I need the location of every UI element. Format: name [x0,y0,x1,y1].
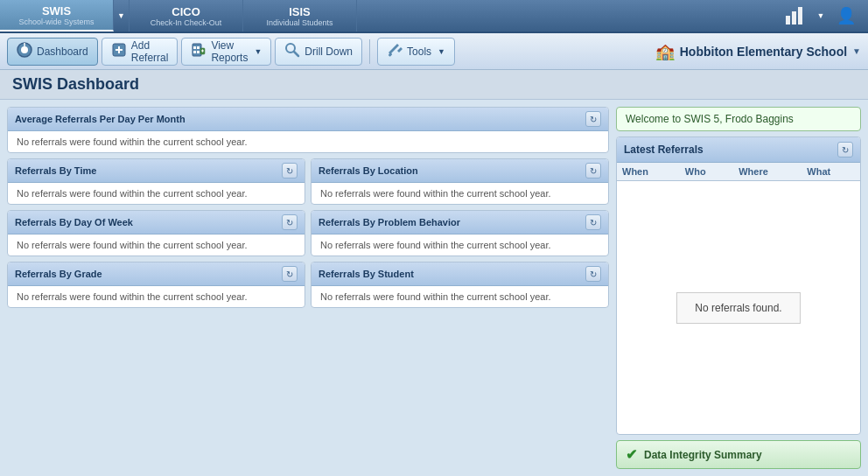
referrals-by-grade-title: Referrals By Grade [15,269,102,279]
avg-referrals-body: No referrals were found within the curre… [8,131,608,152]
referrals-by-student-body: No referrals were found within the curre… [312,286,608,307]
svg-rect-10 [193,46,196,49]
referrals-by-student-message: No referrals were found within the curre… [320,291,551,302]
user-profile-icon[interactable]: 👤 [833,4,859,28]
page-title: SWIS Dashboard [12,75,139,93]
avg-referrals-title: Average Referrals Per Day Per Month [15,114,186,124]
referrals-by-grade-header: Referrals By Grade ↻ [8,262,304,286]
avg-referrals-message: No referrals were found within the curre… [17,136,248,147]
data-integrity-label: Data Integrity Summary [644,449,762,461]
school-name: Hobbiton Elementary School [680,45,847,59]
avg-referrals-refresh[interactable]: ↻ [585,111,601,127]
toolbar-right: 🏫 Hobbiton Elementary School ▼ [655,42,861,61]
no-referrals-text: No referrals found. [695,302,781,314]
avg-referrals-panel: Average Referrals Per Day Per Month ↻ No… [7,107,609,153]
chart-dropdown-arrow[interactable]: ▼ [816,11,826,20]
main-content: Average Referrals Per Day Per Month ↻ No… [0,100,868,476]
referrals-table-header-row: When Who Where What [617,163,860,181]
col-where: Where [733,163,802,181]
referrals-by-day-title: Referrals By Day Of Week [15,217,133,228]
referrals-by-day-message: No referrals were found within the curre… [17,240,248,250]
latest-referrals-refresh[interactable]: ↻ [837,142,853,158]
tools-icon [387,42,402,61]
svg-rect-13 [197,51,200,53]
referrals-by-day-refresh[interactable]: ↻ [282,214,298,230]
nav-tab-swis-arrow[interactable]: ▼ [114,0,130,32]
no-referrals-box: No referrals found. [676,292,800,324]
referrals-by-behavior-header: Referrals By Problem Behavior ↻ [312,211,608,234]
latest-referrals-header: Latest Referrals ↻ [617,137,860,163]
drill-down-button[interactable]: Drill Down [275,38,362,66]
col-when: When [617,163,680,181]
add-referral-button[interactable]: AddReferral [102,38,178,66]
svg-rect-9 [192,44,201,56]
welcome-box: Welcome to SWIS 5, Frodo Baggins [616,107,861,131]
left-panels: Average Referrals Per Day Per Month ↻ No… [7,107,609,469]
nav-tab-isis-title: ISIS [289,5,311,18]
school-icon: 🏫 [655,42,675,61]
referrals-by-grade-refresh[interactable]: ↻ [282,266,298,282]
view-reports-button[interactable]: ViewReports ▼ [181,38,271,66]
tools-label: Tools [407,46,431,58]
referrals-by-location-panel: Referrals By Location ↻ No referrals wer… [311,158,609,205]
referrals-table: When Who Where What [617,163,860,181]
referrals-by-student-panel: Referrals By Student ↻ No referrals were… [311,262,609,308]
nav-tabs: SWIS School-wide Systems ▼ CICO Check-In… [0,0,774,32]
toolbar-separator [369,39,370,64]
add-referral-label: AddReferral [131,39,169,64]
right-panel: Welcome to SWIS 5, Frodo Baggins Latest … [616,107,861,469]
nav-tab-cico-title: CICO [172,5,200,18]
referrals-empty-state: No referrals found. [617,181,860,434]
referrals-by-grade-body: No referrals were found within the curre… [8,286,304,307]
svg-rect-19 [388,52,393,57]
referrals-by-behavior-message: No referrals were found within the curre… [320,240,551,250]
toolbar: Dashboard AddReferral Vie [0,33,868,70]
referrals-by-time-body: No referrals were found within the curre… [8,183,304,204]
top-nav-right: ▼ 👤 [774,0,868,32]
nav-tab-swis[interactable]: SWIS School-wide Systems [0,0,114,32]
referrals-by-day-panel: Referrals By Day Of Week ↻ No referrals … [7,210,305,256]
referrals-by-behavior-refresh[interactable]: ↻ [585,214,601,230]
col-who: Who [680,163,733,181]
nav-tab-cico[interactable]: CICO Check-In Check-Out [130,0,243,32]
nav-tab-isis[interactable]: ISIS Individual Students [243,0,357,32]
referrals-by-location-refresh[interactable]: ↻ [585,163,601,178]
svg-point-4 [21,46,28,53]
bar-chart-icon[interactable] [782,4,808,28]
referrals-by-day-body: No referrals were found within the curre… [8,234,304,256]
referrals-by-student-title: Referrals By Student [318,269,414,279]
svg-rect-0 [786,16,790,24]
add-referral-icon [111,42,127,61]
top-navigation: SWIS School-wide Systems ▼ CICO Check-In… [0,0,868,33]
svg-rect-2 [798,7,802,24]
school-dropdown-arrow[interactable]: ▼ [852,46,861,56]
dashboard-icon [17,42,32,61]
dashboard-label: Dashboard [37,46,88,58]
dashboard-button[interactable]: Dashboard [7,38,98,66]
referrals-by-student-header: Referrals By Student ↻ [312,262,608,286]
reports-dropdown-arrow: ▼ [254,47,262,56]
referrals-by-location-header: Referrals By Location ↻ [312,159,608,183]
referrals-by-behavior-panel: Referrals By Problem Behavior ↻ No refer… [311,210,609,256]
referrals-by-time-refresh[interactable]: ↻ [282,163,298,178]
tools-button[interactable]: Tools ▼ [377,38,455,66]
nav-tab-swis-subtitle: School-wide Systems [18,18,94,26]
tools-dropdown-arrow: ▼ [438,47,445,56]
referrals-by-student-refresh[interactable]: ↻ [585,266,601,282]
panels-grid: Referrals By Time ↻ No referrals were fo… [7,158,609,308]
referrals-by-location-title: Referrals By Location [318,165,418,176]
referrals-by-behavior-body: No referrals were found within the curre… [312,234,608,256]
reports-icon [191,42,206,61]
data-integrity-bar[interactable]: ✔ Data Integrity Summary [616,440,861,469]
referrals-by-behavior-title: Referrals By Problem Behavior [318,217,460,228]
data-integrity-checkmark-icon: ✔ [626,446,637,463]
page-title-bar: SWIS Dashboard [0,70,868,100]
drill-down-icon [284,42,300,61]
referrals-table-head: When Who Where What [617,163,860,181]
referrals-by-time-panel: Referrals By Time ↻ No referrals were fo… [7,158,305,205]
referrals-by-location-body: No referrals were found within the curre… [312,183,608,204]
view-reports-label: ViewReports [211,39,248,64]
referrals-by-grade-message: No referrals were found within the curre… [17,291,248,302]
svg-rect-12 [193,51,196,53]
referrals-by-grade-panel: Referrals By Grade ↻ No referrals were f… [7,262,305,308]
